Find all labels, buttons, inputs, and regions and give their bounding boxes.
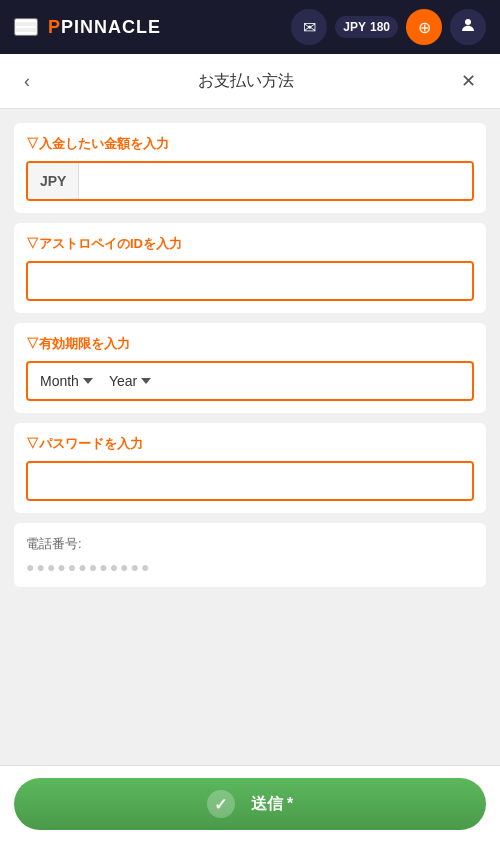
amount-label: ▽入金したい金額を入力 (26, 135, 474, 153)
logo-accent: P (48, 17, 61, 37)
expiry-container: Month Year (26, 361, 474, 401)
footer: ✓ 送信 * (0, 765, 500, 842)
main-content: ▽入金したい金額を入力 JPY ▽アストロペイのIDを入力 ▽有効期限を入力 M… (0, 109, 500, 765)
page-title: お支払い方法 (38, 71, 453, 92)
id-input-wrapper (26, 261, 474, 301)
balance-amount: 180 (370, 20, 390, 34)
account-icon (459, 16, 477, 38)
amount-input-wrapper: JPY (26, 161, 474, 201)
password-input[interactable] (28, 463, 472, 499)
message-button[interactable]: ✉ (291, 9, 327, 45)
submit-label: 送信 * (251, 794, 294, 815)
id-label: ▽アストロペイのIDを入力 (26, 235, 474, 253)
deposit-icon: ⊕ (418, 18, 431, 37)
year-chevron-icon (141, 378, 151, 384)
hamburger-menu-button[interactable] (14, 18, 38, 36)
password-label: ▽パスワードを入力 (26, 435, 474, 453)
expiry-section: ▽有効期限を入力 Month Year (14, 323, 486, 413)
balance-button[interactable]: JPY 180 (335, 16, 398, 38)
back-button[interactable]: ‹ (16, 67, 38, 96)
app-header: PPINNACLE ✉ JPY 180 ⊕ (0, 0, 500, 54)
svg-point-0 (465, 19, 471, 25)
expiry-label: ▽有効期限を入力 (26, 335, 474, 353)
currency-label: JPY (343, 20, 366, 34)
amount-input[interactable] (79, 163, 472, 199)
month-chevron-icon (83, 378, 93, 384)
id-input[interactable] (28, 263, 472, 299)
close-button[interactable]: ✕ (453, 66, 484, 96)
password-section: ▽パスワードを入力 (14, 423, 486, 513)
deposit-button[interactable]: ⊕ (406, 9, 442, 45)
message-icon: ✉ (303, 18, 316, 37)
phone-label: 電話番号: (26, 535, 474, 553)
header-right: ✉ JPY 180 ⊕ (291, 9, 486, 45)
id-section: ▽アストロペイのIDを入力 (14, 223, 486, 313)
month-select-button[interactable]: Month (32, 363, 101, 399)
sub-header: ‹ お支払い方法 ✕ (0, 54, 500, 109)
phone-section: 電話番号: ●●●●●●●●●●●● (14, 523, 486, 587)
currency-prefix: JPY (28, 163, 79, 199)
year-label: Year (109, 373, 137, 389)
account-button[interactable] (450, 9, 486, 45)
phone-value: ●●●●●●●●●●●● (26, 559, 474, 575)
check-icon: ✓ (207, 790, 235, 818)
month-label: Month (40, 373, 79, 389)
year-select-button[interactable]: Year (101, 363, 159, 399)
submit-button[interactable]: ✓ 送信 * (14, 778, 486, 830)
logo: PPINNACLE (48, 17, 161, 38)
password-input-wrapper (26, 461, 474, 501)
amount-section: ▽入金したい金額を入力 JPY (14, 123, 486, 213)
header-left: PPINNACLE (14, 17, 161, 38)
